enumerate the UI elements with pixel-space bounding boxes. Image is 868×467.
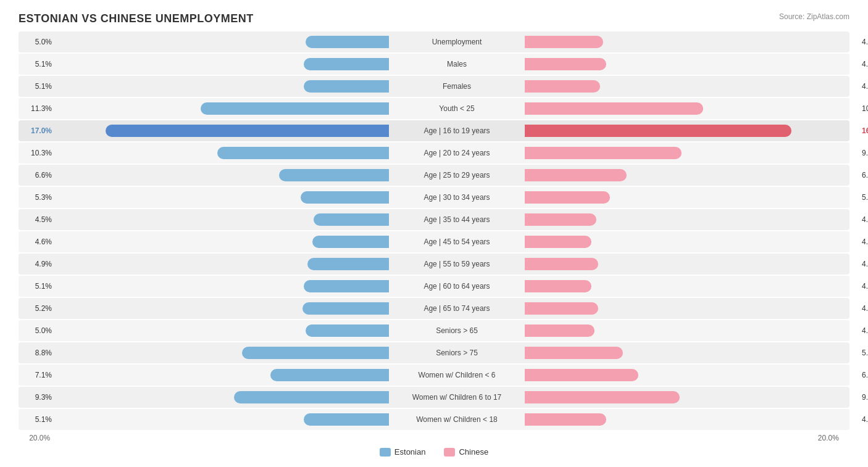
- right-value: 4.5%: [858, 82, 868, 91]
- right-bar: [525, 147, 682, 159]
- left-bar-area: [56, 102, 389, 115]
- bar-label: Females: [389, 82, 525, 91]
- left-bar-area: [56, 36, 389, 48]
- left-bar-area: [56, 413, 389, 426]
- left-bar: [304, 58, 389, 70]
- right-bar: [525, 213, 596, 226]
- left-value: 5.0%: [19, 38, 56, 46]
- right-bar-area: [525, 191, 858, 204]
- source-text: Source: ZipAtlas.com: [779, 12, 849, 21]
- right-bar-area: [525, 258, 858, 270]
- left-bar-area: [56, 125, 389, 137]
- bar-label: Seniors > 75: [389, 349, 525, 357]
- left-value: 4.6%: [19, 238, 56, 246]
- chinese-label: Chinese: [459, 447, 488, 457]
- bar-label: Age | 60 to 64 years: [389, 282, 525, 291]
- left-bar: [314, 213, 389, 226]
- left-bar: [270, 369, 389, 381]
- left-bar: [306, 36, 389, 48]
- left-bar: [242, 347, 389, 359]
- left-bar: [279, 169, 389, 181]
- bar-row: 5.1%Women w/ Children < 184.9%: [19, 409, 849, 430]
- bar-row: 4.9%Age | 55 to 59 years4.4%: [19, 254, 849, 275]
- left-value: 8.8%: [19, 349, 56, 357]
- right-value: 16.0%: [858, 126, 868, 135]
- right-value: 4.0%: [858, 238, 868, 246]
- left-bar: [304, 413, 389, 426]
- left-bar: [201, 102, 389, 115]
- bar-row: 4.5%Age | 35 to 44 years4.3%: [19, 209, 849, 230]
- left-bar-area: [56, 369, 389, 381]
- bar-row: 5.1%Females4.5%: [19, 76, 849, 97]
- left-value: 4.9%: [19, 260, 56, 268]
- legend-estonian: Estonian: [380, 447, 426, 457]
- right-value: 9.3%: [858, 393, 868, 402]
- bar-label: Age | 55 to 59 years: [389, 260, 525, 268]
- right-bar-area: [525, 236, 858, 248]
- axis-left: 20.0%: [19, 434, 54, 442]
- bar-label: Age | 65 to 74 years: [389, 304, 525, 313]
- right-bar-area: [525, 147, 858, 159]
- left-value: 7.1%: [19, 371, 56, 379]
- right-bar: [525, 391, 680, 403]
- bar-row: 5.0%Unemployment4.7%: [19, 31, 849, 52]
- right-value: 4.7%: [858, 38, 868, 46]
- right-bar: [525, 125, 791, 137]
- left-bar-area: [56, 213, 389, 226]
- left-bar: [301, 191, 389, 204]
- bar-label: Males: [389, 60, 525, 68]
- left-bar-area: [56, 80, 389, 93]
- left-value: 9.3%: [19, 393, 56, 402]
- bar-row: 6.6%Age | 25 to 29 years6.1%: [19, 165, 849, 186]
- bar-row: 5.3%Age | 30 to 34 years5.1%: [19, 187, 849, 208]
- right-value: 6.8%: [858, 371, 868, 379]
- left-bar-area: [56, 236, 389, 248]
- left-bar-area: [56, 302, 389, 315]
- bar-label: Age | 20 to 24 years: [389, 149, 525, 157]
- right-bar-area: [525, 169, 858, 181]
- left-value: 5.1%: [19, 282, 56, 291]
- right-value: 5.9%: [858, 349, 868, 357]
- left-value: 4.5%: [19, 215, 56, 224]
- right-bar-area: [525, 58, 858, 70]
- left-bar: [303, 302, 389, 315]
- right-bar-area: [525, 125, 858, 137]
- right-bar-area: [525, 36, 858, 48]
- left-value: 17.0%: [19, 126, 56, 135]
- right-bar-area: [525, 80, 858, 93]
- bar-label: Women w/ Children < 6: [389, 371, 525, 379]
- right-value: 5.1%: [858, 193, 868, 202]
- chart-area: 5.0%Unemployment4.7%5.1%Males4.9%5.1%Fem…: [19, 31, 849, 430]
- left-bar-area: [56, 147, 389, 159]
- left-value: 5.2%: [19, 304, 56, 313]
- bar-label: Women w/ Children < 18: [389, 415, 525, 424]
- left-bar: [306, 324, 389, 337]
- bar-row: 7.1%Women w/ Children < 66.8%: [19, 365, 849, 386]
- axis-right: 20.0%: [814, 434, 849, 442]
- right-bar: [525, 102, 703, 115]
- left-value: 11.3%: [19, 104, 56, 113]
- right-value: 4.0%: [858, 282, 868, 291]
- bar-label: Age | 35 to 44 years: [389, 215, 525, 224]
- right-bar-area: [525, 280, 858, 292]
- left-bar-area: [56, 58, 389, 70]
- left-bar-area: [56, 391, 389, 403]
- bar-label: Youth < 25: [389, 104, 525, 113]
- bar-row: 5.1%Males4.9%: [19, 54, 849, 75]
- left-bar: [234, 391, 389, 403]
- left-bar-area: [56, 191, 389, 204]
- left-value: 5.3%: [19, 193, 56, 202]
- right-value: 6.1%: [858, 171, 868, 180]
- right-bar: [525, 347, 623, 359]
- estonian-label: Estonian: [394, 447, 426, 457]
- chart-title: ESTONIAN VS CHINESE UNEMPLOYMENT: [19, 12, 849, 25]
- estonian-color-swatch: [380, 448, 391, 457]
- bar-label: Seniors > 65: [389, 326, 525, 335]
- left-bar-area: [56, 280, 389, 292]
- left-value: 5.1%: [19, 60, 56, 68]
- left-bar: [307, 258, 389, 270]
- bar-label: Age | 25 to 29 years: [389, 171, 525, 180]
- right-bar-area: [525, 302, 858, 315]
- right-bar: [525, 324, 595, 337]
- right-value: 4.4%: [858, 260, 868, 268]
